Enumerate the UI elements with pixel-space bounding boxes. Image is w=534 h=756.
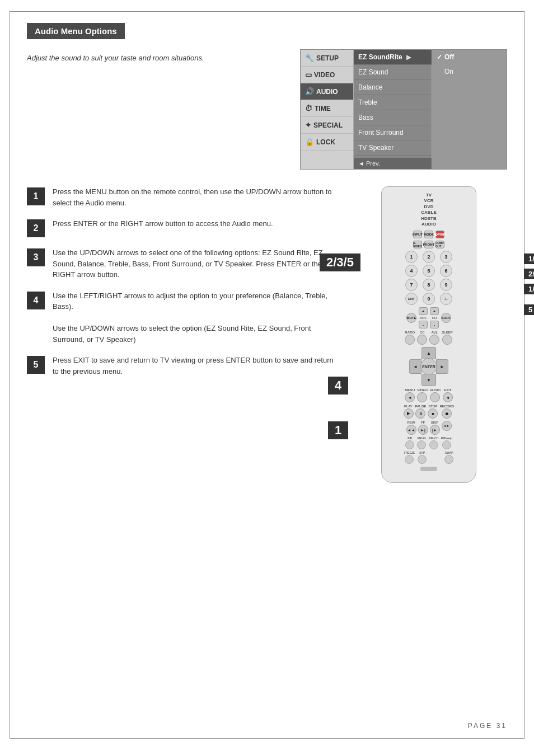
- surf-btn[interactable]: SURF: [441, 313, 451, 323]
- cc-label: CC: [420, 331, 425, 334]
- num-6-btn[interactable]: 6: [440, 265, 452, 277]
- comp-btn[interactable]: COMP-OUT: [435, 241, 444, 248]
- option-off[interactable]: ✓ Off: [432, 50, 507, 64]
- num-7-btn[interactable]: 7: [405, 279, 418, 291]
- sleep-btn[interactable]: [442, 335, 452, 345]
- record-group: RECORD ⏺: [439, 405, 454, 419]
- menu-row: MENU ◄ VIDEO AUDIO EXIT: [387, 388, 470, 402]
- ff-label: FF: [421, 421, 425, 424]
- bottom-section: 1 Press the MENU button on the remote co…: [27, 186, 507, 483]
- power-btn[interactable]: ⏻PWR: [435, 231, 444, 238]
- mode-btn[interactable]: MODE: [424, 231, 433, 238]
- menu-item-time[interactable]: ⏱ TIME: [301, 100, 353, 117]
- step-3-number: 3: [34, 252, 39, 262]
- menu-item-setup[interactable]: 🔧 SETUP: [301, 50, 353, 67]
- ch-down-btn[interactable]: -: [430, 321, 439, 328]
- pause-btn[interactable]: ⏸: [415, 408, 425, 419]
- step-5-row: 5 Press EXIT to save and return to TV vi…: [27, 355, 339, 377]
- pipswap-btn[interactable]: [442, 440, 451, 449]
- menu-entry-balance[interactable]: Balance: [354, 80, 432, 95]
- num-3-btn[interactable]: 3: [440, 251, 452, 263]
- num-0-btn[interactable]: 0: [423, 293, 435, 305]
- step-1-num: 1: [27, 187, 45, 205]
- menu-entry-frontsurround[interactable]: Front Surround: [354, 125, 432, 140]
- num-2-btn[interactable]: 2: [423, 251, 435, 263]
- dash-btn[interactable]: -/--: [440, 293, 452, 305]
- video-btn[interactable]: [417, 392, 427, 402]
- front-btn[interactable]: FRONT: [424, 241, 433, 248]
- pip-btn[interactable]: [405, 440, 414, 449]
- sap-btn[interactable]: [418, 455, 427, 464]
- num-8-btn[interactable]: 8: [423, 279, 435, 291]
- cc-group: CC: [417, 331, 427, 345]
- extra-btn[interactable]: ◄►: [442, 421, 452, 431]
- stop-label: STOP: [428, 405, 437, 408]
- menu-entry-ezsound[interactable]: EZ Sound: [354, 65, 432, 80]
- dpad-right-btn[interactable]: ►: [436, 359, 448, 374]
- dpad: ▲ ◄ ENTER ► ▼: [409, 347, 448, 386]
- option-on[interactable]: On: [432, 64, 507, 79]
- remote-speaker: [420, 467, 437, 471]
- pipch-btn[interactable]: [429, 440, 438, 449]
- step-4-text2: Use the UP/DOWN arrows to select the opt…: [53, 324, 311, 344]
- menu-item-video[interactable]: ▭ VIDEO: [301, 67, 353, 83]
- callout-5: 5: [524, 304, 534, 315]
- vol-down-btn[interactable]: -: [419, 321, 428, 328]
- num-4-btn[interactable]: 4: [405, 265, 418, 277]
- rew-btn[interactable]: ◄◄: [406, 425, 416, 435]
- dpad-up-btn[interactable]: ▲: [421, 347, 436, 359]
- step-1-number: 1: [34, 191, 39, 201]
- dpad-left-btn[interactable]: ◄: [409, 359, 421, 374]
- ch-up-btn[interactable]: +: [430, 307, 439, 315]
- cc-btn[interactable]: [417, 335, 427, 345]
- menu-entry-bass[interactable]: Bass: [354, 110, 432, 125]
- audio-label2: AUDIO: [430, 388, 441, 392]
- ratio-label: RATIO: [405, 331, 415, 334]
- menu-item-special[interactable]: ✦ SPECIAL: [301, 117, 353, 134]
- record-btn[interactable]: ⏺: [442, 408, 452, 419]
- avl-btn[interactable]: [429, 335, 439, 345]
- num-9-btn[interactable]: 9: [440, 279, 452, 291]
- menu-item-lock[interactable]: 🔒 LOCK: [301, 134, 353, 151]
- svideo-btn[interactable]: S-VIDEO: [413, 241, 422, 248]
- exit-btn[interactable]: ◄: [443, 392, 453, 402]
- step-3-num: 3: [27, 248, 45, 266]
- skip-group: SKIP |►: [430, 421, 440, 435]
- option-on-label: On: [444, 68, 453, 76]
- dpad-enter-btn[interactable]: ENTER: [420, 358, 437, 375]
- pipin-btn[interactable]: [417, 440, 426, 449]
- num-5-btn[interactable]: 5: [423, 265, 435, 277]
- menu-entry-ezsoundrite[interactable]: EZ SoundRite ▶: [354, 50, 432, 65]
- skip-btn[interactable]: |►: [430, 425, 440, 435]
- num-1-btn[interactable]: 1: [405, 251, 418, 263]
- step-4-number: 4: [34, 295, 39, 306]
- rew-group: REW ◄◄: [406, 421, 416, 435]
- play-btn[interactable]: ▶: [404, 408, 414, 419]
- menu-btn[interactable]: ◄: [405, 392, 415, 402]
- menu-entry-tvspeaker[interactable]: TV Speaker: [354, 140, 432, 156]
- steps-left: 1 Press the MENU button on the remote co…: [27, 186, 339, 483]
- enter-num-btn[interactable]: ENT: [405, 293, 418, 305]
- swap-btn[interactable]: [444, 455, 453, 464]
- menu-entry-treble[interactable]: Treble: [354, 95, 432, 110]
- step-1-label: 1: [328, 421, 348, 439]
- page-number: PAGE 31: [468, 722, 507, 730]
- arrow-right-icon: ▶: [406, 54, 411, 60]
- dpad-down-btn[interactable]: ▼: [421, 374, 436, 386]
- pipin-group: PIP-IN: [417, 436, 426, 449]
- prev-label: ◄ Prev.: [358, 160, 380, 167]
- ff-btn[interactable]: ►|: [418, 425, 428, 435]
- func-row1: PIP PIP-IN PIP-CH PIPswap: [387, 436, 470, 449]
- vol-up-btn[interactable]: +: [419, 307, 428, 315]
- sap-group: SAP: [418, 451, 427, 464]
- audio-btn[interactable]: [430, 392, 440, 402]
- step-1-row: 1 Press the MENU button on the remote co…: [27, 186, 339, 208]
- ratio-btn[interactable]: [405, 335, 415, 345]
- sap-label: SAP: [419, 451, 425, 454]
- callout-134-bot: 1/3/4: [524, 284, 534, 294]
- stop-btn[interactable]: ■: [428, 408, 438, 419]
- input-btn[interactable]: INPUT: [413, 231, 422, 238]
- freeze-btn[interactable]: [405, 455, 414, 464]
- mute-btn[interactable]: MUTE: [406, 313, 416, 323]
- menu-item-audio[interactable]: 🔊 AUDIO: [301, 83, 353, 100]
